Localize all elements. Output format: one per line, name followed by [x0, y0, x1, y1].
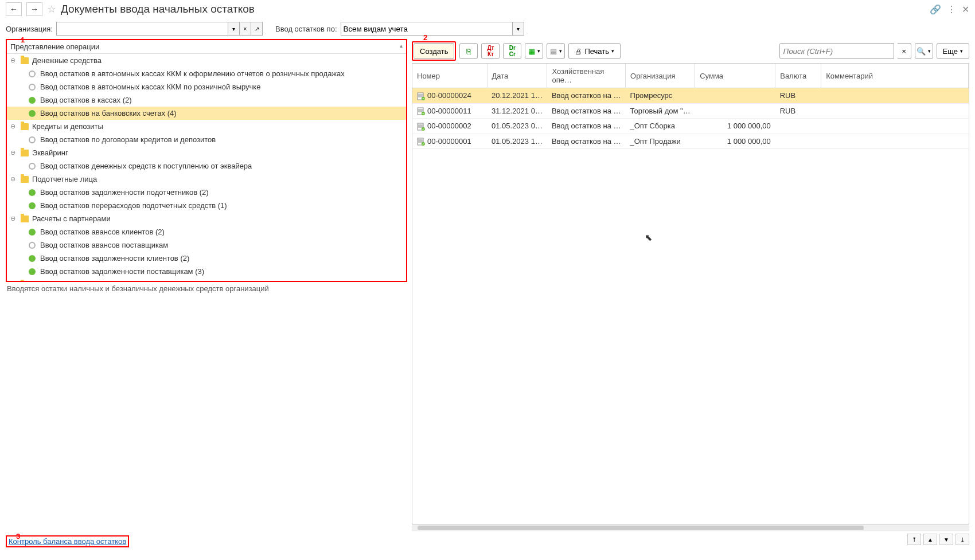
- report-button[interactable]: ▤ ▾: [547, 43, 565, 59]
- tree-group[interactable]: ⊖Эквайринг: [7, 146, 406, 159]
- column-header[interactable]: Сумма: [695, 64, 775, 88]
- org-input[interactable]: [56, 22, 228, 36]
- tree-item[interactable]: Ввод остатков задолженности поставщикам …: [7, 265, 406, 278]
- tree-item[interactable]: Ввод остатков задолженности подотчетнико…: [7, 186, 406, 199]
- status-dot-icon: [29, 255, 36, 262]
- org-open-button[interactable]: ↗: [251, 22, 263, 36]
- column-header[interactable]: Хозяйственная опе…: [547, 64, 626, 88]
- tree-group-label: Кредиты и депозиты: [32, 122, 103, 131]
- folder-icon: [21, 150, 29, 156]
- tree-group[interactable]: ⊖Внеоборотные активы: [7, 278, 406, 281]
- collapse-icon[interactable]: ⊖: [10, 175, 17, 183]
- column-header[interactable]: Валюта: [775, 64, 821, 88]
- more-button[interactable]: Еще ▾: [937, 43, 969, 59]
- menu-dots-icon[interactable]: ⋮: [947, 4, 956, 15]
- tree-item-label: Ввод остатков задолженности клиентов (2): [40, 254, 189, 263]
- search-clear-button[interactable]: ×: [898, 43, 911, 59]
- status-dot-icon: [29, 202, 36, 209]
- table-row[interactable]: 00-0000001131.12.2021 0…Ввод остатков на…: [412, 103, 969, 119]
- hint-text: Вводятся остатки наличных и безналичных …: [6, 282, 407, 295]
- tree-item[interactable]: Ввод остатков задолженности клиентов (2): [7, 252, 406, 265]
- status-dot-icon: [29, 136, 36, 143]
- right-panel: Создать ⎘ ДтКт DrCr ▦ ▾ ▤ ▾ Печать ▾ × 🔍…: [412, 39, 969, 547]
- status-dot-icon: [29, 84, 36, 91]
- copy-button[interactable]: ⎘: [459, 43, 478, 59]
- callout-2: 2: [423, 33, 427, 42]
- tree-group[interactable]: ⊖Расчеты с партнерами: [7, 212, 406, 225]
- tree-item[interactable]: Ввод остатков авансов поставщикам: [7, 238, 406, 252]
- tree-item[interactable]: Ввод остатков в кассах (2): [7, 93, 406, 107]
- nav-down-button[interactable]: ▼: [939, 534, 953, 545]
- nav-first-button[interactable]: ⤒: [907, 534, 921, 545]
- type-dropdown-button[interactable]: ▾: [513, 22, 524, 36]
- search-button[interactable]: 🔍 ▾: [915, 43, 933, 59]
- org-dropdown-button[interactable]: ▾: [228, 22, 240, 36]
- tree-item-label: Ввод остатков по договорам кредитов и де…: [40, 135, 216, 144]
- horizontal-scrollbar[interactable]: [412, 524, 969, 531]
- close-icon[interactable]: ✕: [962, 4, 969, 15]
- link-icon[interactable]: 🔗: [930, 4, 941, 15]
- status-dot-icon: [29, 163, 36, 170]
- callout-1: 1: [21, 36, 25, 44]
- status-dot-icon: [29, 242, 36, 249]
- collapse-icon[interactable]: ⊖: [10, 215, 17, 222]
- tree-item-label: Ввод остатков денежных средств к поступл…: [40, 162, 252, 170]
- tree-group-label: Подотчетные лица: [32, 175, 97, 183]
- collapse-icon[interactable]: ⊖: [10, 149, 17, 156]
- tree-item[interactable]: Ввод остатков на банковских счетах (4): [7, 107, 406, 120]
- tree-item[interactable]: Ввод остатков в автономных кассах ККМ по…: [7, 80, 406, 93]
- status-dot-icon: [29, 71, 36, 77]
- callout-3: 3: [16, 532, 20, 541]
- tree-item[interactable]: Ввод остатков авансов клиентов (2): [7, 225, 406, 238]
- create-button[interactable]: Создать: [414, 43, 454, 59]
- toolbar: Создать ⎘ ДтКт DrCr ▦ ▾ ▤ ▾ Печать ▾ × 🔍…: [412, 39, 969, 63]
- collapse-icon[interactable]: ⊖: [10, 123, 17, 130]
- favorite-star-icon[interactable]: ☆: [47, 3, 56, 15]
- document-icon: [417, 123, 425, 131]
- column-header[interactable]: Дата: [487, 64, 547, 88]
- tree-group[interactable]: ⊖Кредиты и депозиты: [7, 120, 406, 133]
- tree-item-label: Ввод остатков задолженности подотчетнико…: [40, 188, 209, 197]
- operations-tree: Представление операции ▴ ⊖Денежные средс…: [6, 39, 407, 282]
- tree-item[interactable]: Ввод остатков денежных средств к поступл…: [7, 159, 406, 173]
- documents-table[interactable]: НомерДатаХозяйственная опе…ОрганизацияСу…: [412, 63, 969, 524]
- balance-control-link[interactable]: Контроль баланса ввода остатков: [6, 535, 129, 547]
- drcr-button[interactable]: DrCr: [503, 43, 521, 59]
- table-row[interactable]: 00-0000002420.12.2021 1…Ввод остатков на…: [412, 88, 969, 104]
- tree-item-label: Ввод остатков авансов поставщикам: [40, 241, 168, 249]
- tree-group[interactable]: ⊖Денежные средства: [7, 54, 406, 67]
- folder-icon: [21, 57, 29, 64]
- print-button[interactable]: Печать ▾: [568, 43, 621, 59]
- nav-up-button[interactable]: ▲: [923, 534, 937, 545]
- left-panel: Представление операции ▴ ⊖Денежные средс…: [6, 39, 407, 547]
- table-row[interactable]: 00-0000000101.05.2023 1…Ввод остатков на…: [412, 134, 969, 149]
- collapse-icon[interactable]: ⊖: [10, 57, 17, 64]
- tree-item[interactable]: Ввод остатков перерасходов подотчетных с…: [7, 199, 406, 212]
- column-header[interactable]: Организация: [626, 64, 695, 88]
- tree-group[interactable]: ⊖Подотчетные лица: [7, 173, 406, 186]
- nav-back-button[interactable]: ←: [6, 2, 22, 16]
- folder-icon: [21, 176, 29, 183]
- tree-item-label: Ввод остатков в кассах (2): [40, 96, 132, 104]
- structure-button[interactable]: ▦ ▾: [525, 43, 543, 59]
- tree-item-label: Ввод остатков авансов клиентов (2): [40, 228, 165, 236]
- tree-item-label: Ввод остатков на банковских счетах (4): [40, 109, 177, 118]
- table-row[interactable]: 00-0000000201.05.2023 0…Ввод остатков на…: [412, 119, 969, 134]
- tree-item[interactable]: Ввод остатков в автономных кассах ККМ к …: [7, 67, 406, 80]
- org-label: Организация:: [6, 25, 53, 33]
- nav-forward-button[interactable]: →: [26, 2, 42, 16]
- window-header: ← → ☆ Документы ввода начальных остатков…: [0, 0, 975, 18]
- status-dot-icon: [29, 97, 36, 104]
- search-input[interactable]: [779, 43, 894, 59]
- status-dot-icon: [29, 189, 36, 196]
- tree-scroll-up-icon[interactable]: ▴: [400, 42, 403, 51]
- nav-last-button[interactable]: ⤓: [955, 534, 969, 545]
- tree-item[interactable]: Ввод остатков по договорам кредитов и де…: [7, 133, 406, 146]
- column-header[interactable]: Комментарий: [821, 64, 969, 88]
- tree-item-label: Ввод остатков в автономных кассах ККМ к …: [40, 69, 345, 78]
- tree-item-label: Ввод остатков задолженности поставщикам …: [40, 267, 204, 276]
- org-clear-button[interactable]: ×: [240, 22, 251, 36]
- column-header[interactable]: Номер: [412, 64, 487, 88]
- dtk-button[interactable]: ДтКт: [481, 43, 500, 59]
- table-nav: ⤒ ▲ ▼ ⤓: [412, 531, 969, 547]
